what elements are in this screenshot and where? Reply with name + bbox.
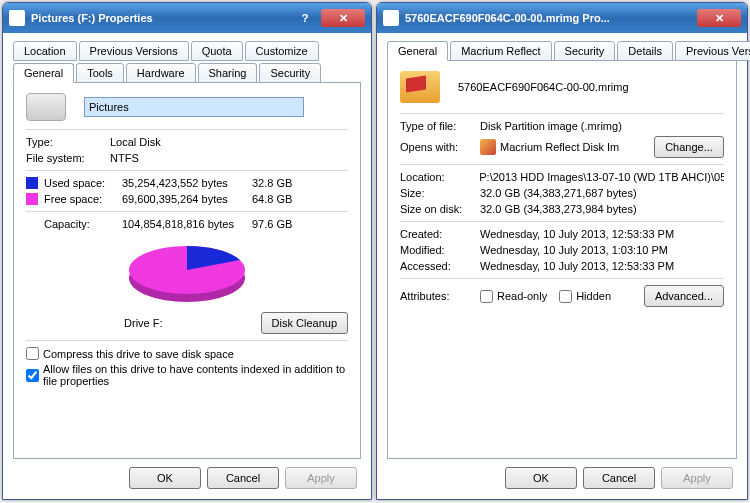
used-label: Used space: bbox=[44, 177, 122, 189]
tab-quota[interactable]: Quota bbox=[191, 41, 243, 61]
tab-body: 5760EACF690F064C-00-00.mrimg Type of fil… bbox=[387, 60, 737, 459]
tab-hardware[interactable]: Hardware bbox=[126, 63, 196, 83]
tab-row: General Macrium Reflect Security Details… bbox=[387, 41, 737, 61]
free-label: Free space: bbox=[44, 193, 122, 205]
file-type-icon bbox=[400, 71, 440, 103]
tab-previous-versions[interactable]: Previous Versions bbox=[675, 41, 750, 61]
type-value: Local Disk bbox=[110, 136, 348, 148]
ok-button[interactable]: OK bbox=[129, 467, 201, 489]
apply-button[interactable]: Apply bbox=[285, 467, 357, 489]
window-title: Pictures (F:) Properties bbox=[31, 12, 291, 24]
tab-row-lower: General Tools Hardware Sharing Security bbox=[13, 63, 361, 83]
change-button[interactable]: Change... bbox=[654, 136, 724, 158]
used-swatch bbox=[26, 177, 38, 189]
opens-label: Opens with: bbox=[400, 141, 480, 153]
cap-bytes: 104,854,818,816 bytes bbox=[122, 218, 252, 230]
drive-name-input[interactable] bbox=[84, 97, 304, 117]
hidden-checkbox[interactable] bbox=[559, 290, 572, 303]
titlebar[interactable]: 5760EACF690F064C-00-00.mrimg Pro... ✕ bbox=[377, 3, 747, 33]
used-gb: 32.8 GB bbox=[252, 177, 292, 189]
tab-general[interactable]: General bbox=[13, 63, 74, 83]
filename: 5760EACF690F064C-00-00.mrimg bbox=[458, 81, 629, 93]
tab-location[interactable]: Location bbox=[13, 41, 77, 61]
apply-button[interactable]: Apply bbox=[661, 467, 733, 489]
tab-general[interactable]: General bbox=[387, 41, 448, 61]
type-label: Type of file: bbox=[400, 120, 480, 132]
index-checkbox[interactable] bbox=[26, 369, 39, 382]
fs-label: File system: bbox=[26, 152, 110, 164]
size-value: 32.0 GB (34,383,271,687 bytes) bbox=[480, 187, 637, 199]
cancel-button[interactable]: Cancel bbox=[207, 467, 279, 489]
file-title-icon bbox=[383, 10, 399, 26]
ok-button[interactable]: OK bbox=[505, 467, 577, 489]
created-value: Wednesday, 10 July 2013, 12:53:33 PM bbox=[480, 228, 674, 240]
tab-customize[interactable]: Customize bbox=[245, 41, 319, 61]
type-value: Disk Partition image (.mrimg) bbox=[480, 120, 622, 132]
cancel-button[interactable]: Cancel bbox=[583, 467, 655, 489]
free-bytes: 69,600,395,264 bytes bbox=[122, 193, 252, 205]
close-button[interactable]: ✕ bbox=[697, 9, 741, 27]
disk-cleanup-button[interactable]: Disk Cleanup bbox=[261, 312, 348, 334]
tab-sharing[interactable]: Sharing bbox=[198, 63, 258, 83]
drive-letter-label: Drive F: bbox=[26, 317, 261, 329]
drive-icon bbox=[26, 93, 66, 121]
help-button[interactable]: ? bbox=[291, 9, 319, 27]
free-gb: 64.8 GB bbox=[252, 193, 292, 205]
window-title: 5760EACF690F064C-00-00.mrimg Pro... bbox=[405, 12, 697, 24]
cap-gb: 97.6 GB bbox=[252, 218, 292, 230]
compress-checkbox[interactable] bbox=[26, 347, 39, 360]
tab-security[interactable]: Security bbox=[259, 63, 321, 83]
tab-details[interactable]: Details bbox=[617, 41, 673, 61]
tab-body: Type:Local Disk File system:NTFS Used sp… bbox=[13, 82, 361, 459]
capacity-pie-chart bbox=[122, 238, 252, 308]
readonly-checkbox-row[interactable]: Read-only bbox=[480, 290, 547, 303]
file-properties-window: 5760EACF690F064C-00-00.mrimg Pro... ✕ Ge… bbox=[376, 2, 748, 500]
index-checkbox-row[interactable]: Allow files on this drive to have conten… bbox=[26, 363, 348, 387]
accessed-value: Wednesday, 10 July 2013, 12:53:33 PM bbox=[480, 260, 674, 272]
modified-label: Modified: bbox=[400, 244, 480, 256]
compress-checkbox-row[interactable]: Compress this drive to save disk space bbox=[26, 347, 348, 360]
tab-row-upper: Location Previous Versions Quota Customi… bbox=[13, 41, 361, 61]
close-button[interactable]: ✕ bbox=[321, 9, 365, 27]
modified-value: Wednesday, 10 July 2013, 1:03:10 PM bbox=[480, 244, 668, 256]
macrium-icon bbox=[480, 139, 496, 155]
ondisk-label: Size on disk: bbox=[400, 203, 480, 215]
drive-properties-window: Pictures (F:) Properties ? ✕ Location Pr… bbox=[2, 2, 372, 500]
used-bytes: 35,254,423,552 bytes bbox=[122, 177, 252, 189]
tab-tools[interactable]: Tools bbox=[76, 63, 124, 83]
drive-title-icon bbox=[9, 10, 25, 26]
ondisk-value: 32.0 GB (34,383,273,984 bytes) bbox=[480, 203, 637, 215]
opens-value: Macrium Reflect Disk Im bbox=[500, 141, 620, 153]
hidden-checkbox-row[interactable]: Hidden bbox=[559, 290, 611, 303]
advanced-button[interactable]: Advanced... bbox=[644, 285, 724, 307]
loc-label: Location: bbox=[400, 171, 479, 183]
fs-value: NTFS bbox=[110, 152, 348, 164]
cap-label: Capacity: bbox=[26, 218, 122, 230]
readonly-checkbox[interactable] bbox=[480, 290, 493, 303]
titlebar[interactable]: Pictures (F:) Properties ? ✕ bbox=[3, 3, 371, 33]
tab-security[interactable]: Security bbox=[554, 41, 616, 61]
created-label: Created: bbox=[400, 228, 480, 240]
tab-previous-versions[interactable]: Previous Versions bbox=[79, 41, 189, 61]
type-label: Type: bbox=[26, 136, 110, 148]
free-swatch bbox=[26, 193, 38, 205]
accessed-label: Accessed: bbox=[400, 260, 480, 272]
size-label: Size: bbox=[400, 187, 480, 199]
tab-macrium[interactable]: Macrium Reflect bbox=[450, 41, 551, 61]
attr-label: Attributes: bbox=[400, 290, 480, 302]
loc-value: P:\2013 HDD Images\13-07-10 (WD 1TB AHCI… bbox=[479, 171, 724, 183]
